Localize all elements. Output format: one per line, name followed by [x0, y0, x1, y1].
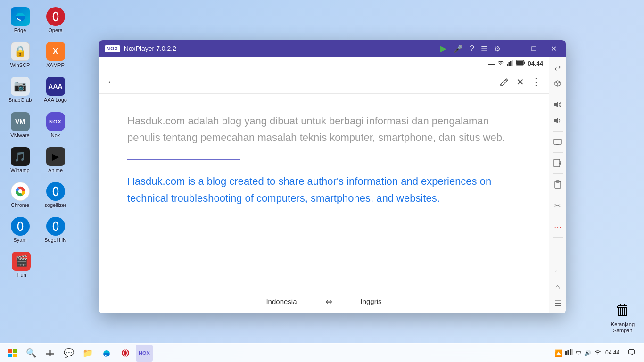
status-time: 04.44	[528, 60, 543, 67]
svg-point-5	[51, 187, 60, 196]
recent-apps-icon[interactable]: ☰	[551, 296, 564, 310]
title-bar-logo: NOX NoxPlayer 7.0.2.2	[105, 45, 176, 52]
desktop-icon-sogelhn[interactable]: Sogel HN	[40, 214, 71, 246]
edge-icon	[11, 7, 30, 26]
opera-icon	[46, 7, 65, 26]
desktop-icon-xampp[interactable]: X XAMPP	[40, 40, 71, 71]
desktop-icon-winamp[interactable]: 🎵 Winamp	[5, 145, 35, 176]
chat-button[interactable]: 💬	[60, 345, 77, 362]
search-button[interactable]: 🔍	[23, 345, 40, 362]
title-bar: NOX NoxPlayer 7.0.2.2 ▶ 🎤 ? ☰ ⚙ — □ ✕	[99, 40, 566, 57]
android-screen: — 04.44 ←	[99, 57, 549, 313]
desktop-icon-winscp[interactable]: 🔒 WinSCP	[5, 40, 35, 71]
minimize-button[interactable]: —	[507, 42, 520, 55]
desktop-icon-ifun[interactable]: 🎬 iFun	[5, 249, 38, 280]
recycle-bin-label1: Keranjang	[611, 321, 635, 328]
mic-icon[interactable]: 🎤	[454, 44, 463, 53]
anime-icon: ▶	[46, 147, 65, 166]
edit-icon[interactable]	[499, 77, 510, 87]
maximize-button[interactable]: □	[527, 42, 540, 55]
desktop-icon-aaa-logo[interactable]: AAA AAA Logo	[40, 74, 71, 106]
sidebar-divider-1	[553, 94, 563, 94]
home-icon[interactable]: ⌂	[551, 280, 564, 294]
svg-rect-14	[512, 60, 513, 66]
desktop-icon-chrome[interactable]: Chrome	[5, 180, 35, 211]
snapcrab-icon: 📷	[11, 77, 30, 96]
target-language[interactable]: Inggris	[351, 295, 391, 308]
more-sidebar-icon[interactable]: ⋯	[551, 220, 564, 233]
syam-icon	[11, 217, 30, 236]
svg-rect-11	[507, 64, 508, 66]
back-button[interactable]: ←	[107, 76, 117, 88]
sidebar-divider-3	[553, 152, 563, 153]
translation-divider	[127, 159, 240, 160]
desktop-icon-edge[interactable]: Edge	[5, 5, 35, 36]
clipboard-icon[interactable]	[551, 178, 564, 191]
desktop-icon-vmware[interactable]: VM VMware	[5, 110, 35, 141]
vmware-label: VMware	[10, 132, 29, 139]
nox-logo: NOX	[105, 45, 120, 52]
svg-rect-32	[46, 354, 50, 356]
close-button[interactable]: ✕	[547, 42, 560, 55]
menu-icon[interactable]: ☰	[481, 44, 487, 53]
ifun-label: iFun	[16, 272, 26, 278]
more-options-icon[interactable]: ⋮	[531, 76, 541, 88]
aaa-logo-icon: AAA	[46, 77, 65, 96]
tray-icon-wifi[interactable]	[594, 349, 602, 356]
sidebar-divider-7	[553, 237, 563, 238]
snapcrab-label: SnapCrab	[8, 97, 32, 103]
toolbar-close-icon[interactable]: ✕	[516, 76, 524, 88]
svg-point-4	[18, 189, 22, 193]
taskbar-clock[interactable]: 04.44	[605, 349, 619, 357]
recycle-bin-icon: 🗑	[611, 299, 634, 321]
nox-right-sidebar: ⇄	[549, 57, 566, 313]
desktop-icon-snapcrab[interactable]: 📷 SnapCrab	[5, 74, 35, 106]
play-icon[interactable]: ▶	[440, 43, 447, 54]
opera-taskbar-button[interactable]	[117, 345, 134, 362]
task-view-button[interactable]	[41, 345, 58, 362]
desktop-icon-sogellizer[interactable]: sogellizer	[40, 180, 71, 211]
chrome-label: Chrome	[11, 202, 29, 208]
tray-icon-volume[interactable]: 🔊	[584, 350, 591, 356]
source-language[interactable]: Indonesia	[256, 295, 306, 308]
language-swap-icon[interactable]: ⇔	[325, 296, 332, 307]
toolbar-right: ✕ ⋮	[499, 76, 541, 88]
screen-icon[interactable]	[551, 135, 564, 148]
desktop-icon-syam[interactable]: Syam	[5, 214, 35, 246]
sidebar-expand2-icon[interactable]	[551, 77, 564, 90]
svg-rect-27	[13, 349, 17, 353]
file-explorer-button[interactable]: 📁	[79, 345, 96, 362]
nox-taskbar-button[interactable]: NOX	[136, 345, 153, 362]
taskbar: 🔍 💬 📁 NOX 🔼 🛡 🔊 04.44	[0, 343, 644, 362]
nox-desktop-icon: NOX	[46, 112, 65, 131]
notification-button[interactable]: 🗨	[623, 345, 640, 362]
translation-content: Hasduk.com adalah blog yang dibuat untuk…	[99, 94, 549, 289]
volume-up-icon[interactable]	[551, 98, 564, 111]
android-status-bar: — 04.44	[99, 57, 549, 70]
svg-rect-39	[570, 349, 571, 355]
desktop-icon-anime[interactable]: ▶ Anime	[40, 145, 71, 176]
tray-icon-security[interactable]: 🛡	[576, 350, 581, 356]
add-apk-icon[interactable]	[551, 156, 564, 170]
volume-down-icon[interactable]	[551, 114, 564, 127]
svg-point-9	[51, 222, 60, 231]
tray-icon-1[interactable]: 🔼	[554, 349, 562, 357]
svg-rect-28	[8, 354, 12, 357]
tray-icon-2[interactable]	[565, 349, 573, 356]
help-icon[interactable]: ?	[470, 44, 474, 54]
svg-point-7	[16, 222, 25, 231]
sidebar-expand-icon[interactable]: ⇄	[551, 61, 564, 74]
window-title: NoxPlayer 7.0.2.2	[124, 45, 176, 52]
svg-rect-37	[565, 351, 567, 355]
source-text: Hasduk.com adalah blog yang dibuat untuk…	[127, 113, 520, 146]
start-button[interactable]	[4, 345, 21, 362]
anime-label: Anime	[48, 167, 63, 173]
recycle-bin[interactable]: 🗑 Keranjang Sampah	[611, 299, 635, 334]
back-nav-icon[interactable]: ←	[551, 264, 564, 278]
scissors-icon[interactable]: ✂	[551, 199, 564, 212]
desktop-icon-opera[interactable]: Opera	[40, 5, 71, 36]
settings-icon[interactable]: ⚙	[494, 44, 501, 53]
desktop-icon-nox[interactable]: NOX Nox	[40, 110, 71, 141]
winscp-icon: 🔒	[11, 42, 30, 61]
edge-taskbar-button[interactable]	[98, 345, 115, 362]
